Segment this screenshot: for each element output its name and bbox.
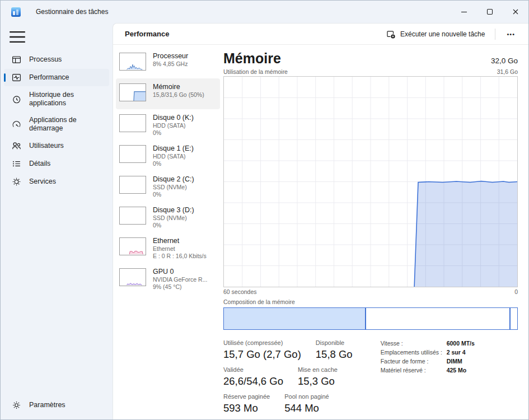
sidebar-item-parametres[interactable]: Paramètres	[4, 396, 109, 414]
detail-row-reserved: Matériel réservé : 425 Mo	[381, 366, 475, 375]
disk3-sparkline	[119, 207, 146, 225]
perf-item-name: Processeur	[153, 52, 188, 60]
detail-row-slots: Emplacements utilisés : 2 sur 4	[381, 348, 475, 357]
cpu-sparkline	[119, 53, 146, 71]
menu-toggle-button[interactable]	[8, 27, 27, 46]
perf-item-name: Mémoire	[153, 83, 204, 91]
time-axis-left: 60 secondes	[223, 288, 257, 296]
app-icon	[11, 7, 21, 17]
sidebar-item-demarrage[interactable]: Applications de démarrage	[4, 112, 109, 137]
task-manager-window: Gestionnaire des tâches Processus	[0, 0, 529, 420]
maximize-button[interactable]	[477, 1, 503, 23]
composition-divider	[509, 308, 511, 329]
perf-item-disk3[interactable]: Disque 3 (D:) SSD (NVMe) 0%	[116, 202, 220, 232]
disk0-sparkline	[119, 114, 146, 132]
perf-item-disk2[interactable]: Disque 2 (C:) SSD (NVMe) 0%	[116, 171, 220, 202]
composition-label: Composition de la mémoire	[223, 298, 518, 306]
processes-icon	[12, 55, 21, 64]
window-controls	[451, 1, 528, 23]
gpu-sparkline	[119, 268, 146, 286]
sidebar-item-label: Applications de démarrage	[29, 116, 95, 133]
users-icon	[12, 141, 21, 151]
sidebar-item-label: Utilisateurs	[29, 142, 64, 150]
perf-item-stat: 0%	[153, 191, 194, 198]
memory-detail: Mémoire 32,0 Go Utilisation de la mémoir…	[223, 48, 518, 419]
perf-item-type: HDD (SATA)	[153, 153, 194, 160]
perf-item-ethernet[interactable]: Ethernet Ethernet E : 0 R : 16,0 Kbits/s	[116, 232, 220, 263]
sidebar-item-historique[interactable]: Historique des applications	[4, 87, 109, 111]
perf-item-type: Ethernet	[153, 245, 207, 253]
perf-item-name: Disque 0 (K:)	[153, 114, 194, 122]
run-new-task-button[interactable]: Exécuter une nouvelle tâche	[381, 26, 490, 42]
perf-item-type: HDD (SATA)	[153, 122, 194, 129]
title-bar: Gestionnaire des tâches	[1, 1, 528, 23]
sidebar-item-label: Services	[29, 178, 56, 186]
run-new-task-label: Exécuter une nouvelle tâche	[400, 30, 485, 38]
perf-item-name: GPU 0	[153, 268, 207, 276]
detail-row-form-factor: Facteur de forme : DIMM	[381, 357, 475, 366]
performance-rail: Processeur 8% 4,85 GHz Mémoire	[116, 48, 220, 419]
perf-item-name: Disque 2 (C:)	[153, 175, 194, 184]
stat-used: Utilisée (compressée) 15,7 Go (2,7 Go)	[223, 339, 301, 361]
close-button[interactable]	[503, 1, 528, 23]
perf-item-gpu[interactable]: GPU 0 NVIDIA GeForce R... 9% (45 °C)	[116, 263, 220, 294]
perf-item-name: Disque 3 (D:)	[153, 206, 194, 214]
memory-title: Mémoire	[223, 50, 281, 67]
time-axis-right: 0	[514, 288, 518, 296]
perf-item-name: Disque 1 (E:)	[153, 144, 194, 153]
performance-icon	[12, 73, 21, 82]
app-history-icon	[12, 95, 21, 104]
composition-used-segment	[224, 308, 366, 329]
stat-nonpaged-pool: Pool non paginé 544 Mo	[284, 393, 329, 414]
sidebar-item-performance[interactable]: Performance	[4, 69, 109, 86]
minimize-icon	[460, 7, 469, 16]
hardware-details: Vitesse : 6000 MT/s Emplacements utilisé…	[381, 339, 475, 419]
services-icon	[12, 177, 21, 186]
stat-cached: Mise en cache 15,3 Go	[298, 366, 338, 388]
maximize-icon	[485, 7, 494, 16]
detail-row-speed: Vitesse : 6000 MT/s	[381, 339, 475, 348]
sidebar-item-services[interactable]: Services	[4, 173, 109, 190]
perf-item-type: SSD (NVMe)	[153, 184, 194, 191]
usage-chart-label: Utilisation de la mémoire	[223, 68, 288, 75]
perf-item-stat: E : 0 R : 16,0 Kbits/s	[153, 253, 207, 260]
sidebar-item-label: Détails	[29, 160, 50, 168]
settings-gear-icon	[12, 400, 21, 410]
sidebar-item-utilisateurs[interactable]: Utilisateurs	[4, 137, 109, 155]
stat-committed: Validée 26,6/54,6 Go	[223, 366, 283, 388]
disk2-sparkline	[119, 176, 146, 194]
perf-item-cpu[interactable]: Processeur 8% 4,85 GHz	[116, 48, 220, 78]
stat-paged-pool: Réserve paginée 593 Mo	[223, 393, 270, 414]
disk1-sparkline	[119, 145, 146, 163]
window-title: Gestionnaire des tâches	[36, 8, 108, 16]
details-icon	[12, 159, 21, 169]
sidebar-item-details[interactable]: Détails	[4, 155, 109, 172]
sidebar-item-processus[interactable]: Processus	[4, 51, 109, 68]
perf-item-disk0[interactable]: Disque 0 (K:) HDD (SATA) 0%	[116, 109, 220, 140]
perf-item-stat: 0%	[153, 129, 194, 137]
hamburger-icon	[8, 27, 27, 46]
perf-item-memory[interactable]: Mémoire 15,8/31,6 Go (50%)	[116, 78, 220, 109]
sidebar: Processus Performance Historique des app…	[1, 23, 113, 419]
memory-total: 32,0 Go	[491, 57, 518, 67]
sidebar-item-label: Historique des applications	[29, 91, 95, 108]
perf-item-type: NVIDIA GeForce R...	[153, 276, 207, 283]
more-options-button[interactable]: •••	[500, 29, 522, 40]
memory-composition-bar	[223, 307, 518, 330]
perf-item-stat: 0%	[153, 222, 194, 229]
sidebar-item-label: Performance	[29, 73, 69, 82]
stat-available: Disponible 15,8 Go	[316, 339, 353, 361]
memory-stats: Utilisée (compressée) 15,7 Go (2,7 Go) D…	[223, 339, 518, 419]
perf-item-disk1[interactable]: Disque 1 (E:) HDD (SATA) 0%	[116, 140, 220, 171]
main-panel: Performance Exécuter une nouvelle tâche …	[113, 23, 528, 419]
perf-item-stat: 8% 4,85 GHz	[153, 60, 188, 68]
panel-header: Performance Exécuter une nouvelle tâche …	[113, 24, 528, 45]
sidebar-item-label: Processus	[29, 55, 62, 64]
startup-apps-icon	[12, 120, 21, 129]
memory-sparkline	[119, 83, 146, 101]
perf-item-name: Ethernet	[153, 237, 207, 245]
memory-usage-chart	[223, 76, 518, 287]
perf-item-stat: 15,8/31,6 Go (50%)	[153, 91, 204, 99]
close-icon	[511, 7, 520, 16]
minimize-button[interactable]	[451, 1, 477, 23]
